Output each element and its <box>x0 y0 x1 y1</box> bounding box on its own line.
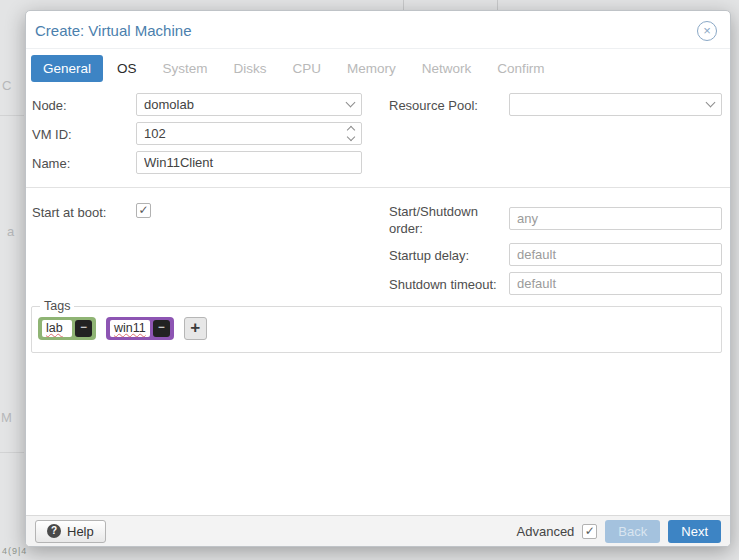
node-value: domolab <box>144 97 347 112</box>
node-label: Node: <box>32 98 67 113</box>
dialog-title: Create: Virtual Machine <box>35 22 191 39</box>
tag-win11-input[interactable]: win11 <box>110 320 150 337</box>
shutdown-timeout-field-wrap <box>509 272 722 295</box>
check-icon: ✓ <box>585 524 595 538</box>
vmid-value: 102 <box>144 126 348 141</box>
section-divider <box>26 187 730 188</box>
background-divider <box>497 0 498 10</box>
vmid-label: VM ID: <box>32 127 72 142</box>
tab-general[interactable]: General <box>31 55 103 82</box>
add-tag-button[interactable]: + <box>184 317 207 340</box>
startup-order-label: Start/Shutdown order: <box>389 203 501 237</box>
advanced-label: Advanced <box>517 524 575 539</box>
startup-delay-input[interactable] <box>517 244 714 265</box>
tag-pill-win11: win11 − <box>106 317 174 340</box>
startup-delay-field-wrap <box>509 243 722 266</box>
background-divider <box>403 0 404 10</box>
startup-delay-label: Startup delay: <box>389 248 469 263</box>
tab-cpu: CPU <box>281 55 334 82</box>
startup-order-field-wrap <box>509 207 722 230</box>
create-vm-dialog: Create: Virtual Machine × General OS Sys… <box>25 10 731 547</box>
shutdown-timeout-label: Shutdown timeout: <box>389 277 497 292</box>
remove-tag-icon[interactable]: − <box>75 320 92 337</box>
tab-system: System <box>151 55 220 82</box>
dialog-footer: ? Help Advanced ✓ Back Next <box>26 515 730 546</box>
chevron-down-icon <box>346 98 356 108</box>
background-text-fragment: C <box>2 78 11 93</box>
background-text-fragment: 4(9|4 <box>2 546 27 556</box>
remove-tag-icon[interactable]: − <box>153 320 170 337</box>
vmid-spinner[interactable]: 102 <box>136 122 362 145</box>
resource-pool-combo[interactable] <box>509 93 722 116</box>
spinner-arrows-icon[interactable] <box>348 127 354 140</box>
background-divider <box>0 452 24 453</box>
advanced-checkbox[interactable]: ✓ <box>582 524 597 539</box>
chevron-down-icon <box>706 98 716 108</box>
spinner-down-icon[interactable] <box>347 133 355 141</box>
help-button[interactable]: ? Help <box>35 520 106 543</box>
footer-actions: Advanced ✓ Back Next <box>517 520 721 543</box>
help-button-label: Help <box>67 524 94 539</box>
tags-row: lab − win11 − + <box>38 317 207 340</box>
resource-pool-label: Resource Pool: <box>389 98 478 113</box>
tab-os[interactable]: OS <box>105 55 149 82</box>
back-button: Back <box>605 520 660 543</box>
start-at-boot-label: Start at boot: <box>32 205 106 220</box>
shutdown-timeout-input[interactable] <box>517 273 714 294</box>
tab-disks: Disks <box>222 55 279 82</box>
tab-confirm: Confirm <box>485 55 556 82</box>
name-label: Name: <box>32 156 70 171</box>
wizard-tabs: General OS System Disks CPU Memory Netwo… <box>31 55 559 82</box>
background-text-fragment: a <box>7 224 14 239</box>
background-divider <box>0 115 24 116</box>
tag-lab-input[interactable]: lab <box>42 320 72 337</box>
name-input[interactable] <box>144 152 354 173</box>
close-icon[interactable]: × <box>697 21 717 41</box>
name-field-wrap <box>136 151 362 174</box>
background-text-fragment: M <box>1 410 12 425</box>
next-button[interactable]: Next <box>668 520 721 543</box>
tag-pill-lab: lab − <box>38 317 96 340</box>
tags-fieldset: Tags lab − win11 − + <box>31 306 722 353</box>
check-icon: ✓ <box>138 203 148 217</box>
tags-legend: Tags <box>40 299 74 313</box>
question-icon: ? <box>47 524 61 538</box>
dialog-header: Create: Virtual Machine × <box>26 11 730 49</box>
start-at-boot-checkbox[interactable]: ✓ <box>136 203 151 218</box>
node-combo[interactable]: domolab <box>136 93 362 116</box>
startup-order-input[interactable] <box>517 208 714 229</box>
tab-network: Network <box>410 55 484 82</box>
tab-memory: Memory <box>335 55 408 82</box>
